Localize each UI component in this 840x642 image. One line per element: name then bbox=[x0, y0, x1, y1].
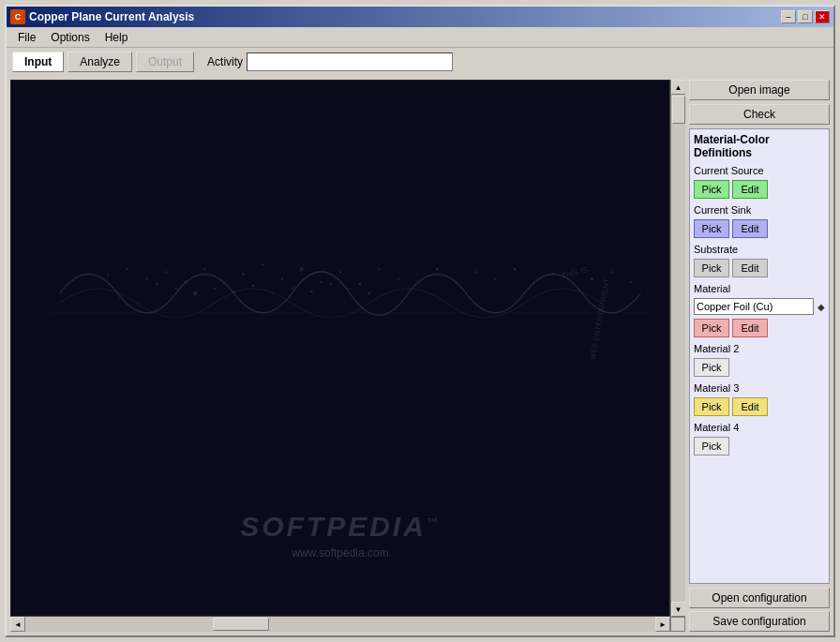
substrate-label: Substrate bbox=[694, 244, 825, 255]
svg-point-35 bbox=[291, 288, 292, 290]
material-dropdown[interactable]: Copper Foil (Cu) bbox=[694, 298, 814, 315]
image-area-container: SOFTPEDIA™ www.softpedia.com THIS IS... … bbox=[10, 80, 685, 632]
scrollbar-horizontal-thumb[interactable] bbox=[213, 618, 269, 631]
substrate-pick-button[interactable]: Pick bbox=[694, 259, 729, 277]
substrate-edit-button[interactable]: Edit bbox=[732, 259, 768, 277]
menu-options[interactable]: Options bbox=[43, 29, 97, 46]
open-configuration-button[interactable]: Open configuration bbox=[689, 588, 830, 608]
vertical-scrollbar[interactable]: ▲ ▼ bbox=[670, 80, 685, 617]
close-button[interactable]: ✕ bbox=[815, 10, 830, 23]
main-content: SOFTPEDIA™ www.softpedia.com THIS IS... … bbox=[7, 76, 833, 635]
material4-buttons: Pick bbox=[694, 437, 825, 455]
menu-help[interactable]: Help bbox=[98, 29, 136, 46]
material-label: Material bbox=[694, 283, 825, 294]
scroll-right-button[interactable]: ► bbox=[655, 617, 670, 632]
svg-point-26 bbox=[610, 271, 612, 273]
svg-point-28 bbox=[155, 282, 158, 285]
activity-area: Activity bbox=[207, 52, 828, 71]
svg-point-38 bbox=[349, 288, 351, 290]
save-configuration-button[interactable]: Save configuration bbox=[689, 611, 830, 632]
material4-pick-button[interactable]: Pick bbox=[694, 437, 729, 455]
tab-output[interactable]: Output bbox=[136, 52, 194, 72]
window-title: Copper Plane Current Analysis bbox=[29, 10, 194, 23]
current-sink-edit-button[interactable]: Edit bbox=[732, 219, 768, 238]
svg-point-33 bbox=[252, 284, 255, 287]
scroll-down-button[interactable]: ▼ bbox=[671, 602, 686, 617]
minimize-button[interactable]: – bbox=[781, 10, 796, 23]
svg-point-20 bbox=[494, 278, 496, 280]
tab-analyze[interactable]: Analyze bbox=[68, 52, 132, 72]
material-dropdown-row: Copper Foil (Cu) ◆ bbox=[694, 298, 825, 315]
material-buttons: Pick Edit bbox=[694, 319, 825, 337]
scrollbar-vertical-thumb[interactable] bbox=[672, 96, 685, 124]
svg-point-9 bbox=[281, 278, 283, 280]
scroll-left-button[interactable]: ◄ bbox=[10, 617, 25, 632]
title-controls: – □ ✕ bbox=[781, 10, 830, 23]
svg-point-36 bbox=[309, 290, 312, 292]
bottom-scrollbar-row: ◄ ► bbox=[10, 617, 685, 632]
svg-point-11 bbox=[320, 281, 322, 283]
current-sink-buttons: Pick Edit bbox=[694, 219, 825, 238]
svg-point-3 bbox=[165, 271, 167, 273]
activity-input[interactable] bbox=[247, 52, 453, 71]
svg-point-13 bbox=[358, 282, 361, 285]
activity-label: Activity bbox=[207, 55, 243, 68]
material3-buttons: Pick Edit bbox=[694, 397, 825, 416]
svg-point-10 bbox=[300, 267, 304, 271]
substrate-buttons: Pick Edit bbox=[694, 259, 825, 277]
material3-label: Material 3 bbox=[694, 382, 825, 394]
scroll-up-button[interactable]: ▲ bbox=[671, 80, 686, 95]
material2-buttons: Pick bbox=[694, 358, 825, 377]
scrollbar-horizontal-track[interactable] bbox=[25, 617, 655, 632]
svg-point-7 bbox=[242, 273, 245, 276]
current-source-edit-button[interactable]: Edit bbox=[732, 180, 768, 199]
svg-point-8 bbox=[262, 263, 263, 265]
tab-input[interactable]: Input bbox=[12, 52, 64, 72]
material2-pick-button[interactable]: Pick bbox=[694, 358, 729, 377]
softpedia-logo: SOFTPEDIA™ bbox=[240, 511, 441, 543]
title-bar-left: C Copper Plane Current Analysis bbox=[10, 9, 194, 24]
maximize-button[interactable]: □ bbox=[798, 10, 813, 23]
wave-visualization bbox=[11, 81, 669, 584]
image-row: SOFTPEDIA™ www.softpedia.com THIS IS... … bbox=[10, 80, 685, 617]
current-source-pick-button[interactable]: Pick bbox=[694, 180, 729, 199]
svg-point-21 bbox=[513, 268, 516, 271]
svg-point-17 bbox=[436, 268, 439, 271]
svg-point-14 bbox=[378, 268, 380, 270]
menu-file[interactable]: File bbox=[10, 29, 43, 46]
material4-label: Material 4 bbox=[694, 422, 825, 433]
material-edit-button[interactable]: Edit bbox=[732, 319, 768, 337]
main-window: C Copper Plane Current Analysis – □ ✕ Fi… bbox=[5, 5, 835, 637]
svg-point-5 bbox=[203, 268, 205, 270]
softpedia-url: www.softpedia.com bbox=[292, 546, 388, 560]
material2-label: Material 2 bbox=[694, 343, 825, 354]
material-pick-button[interactable]: Pick bbox=[694, 319, 729, 337]
svg-point-16 bbox=[417, 273, 419, 275]
svg-point-37 bbox=[330, 283, 332, 285]
current-source-label: Current Source bbox=[694, 165, 825, 176]
material-box-title: Material-Color Definitions bbox=[694, 133, 825, 159]
app-icon: C bbox=[10, 9, 25, 24]
right-panel: Open image Check Material-Color Definiti… bbox=[689, 80, 830, 632]
toolbar: Input Analyze Output Activity bbox=[7, 48, 833, 76]
title-bar: C Copper Plane Current Analysis – □ ✕ bbox=[7, 7, 833, 27]
svg-point-0 bbox=[107, 273, 109, 275]
svg-point-25 bbox=[591, 277, 593, 280]
image-canvas[interactable]: SOFTPEDIA™ www.softpedia.com THIS IS... … bbox=[10, 80, 670, 617]
svg-point-39 bbox=[368, 292, 370, 295]
current-sink-pick-button[interactable]: Pick bbox=[694, 219, 729, 238]
svg-point-15 bbox=[398, 278, 399, 280]
menu-bar: File Options Help bbox=[7, 27, 833, 48]
scrollbar-vertical-track[interactable] bbox=[671, 95, 686, 602]
svg-point-27 bbox=[630, 281, 632, 283]
material3-pick-button[interactable]: Pick bbox=[694, 397, 729, 416]
bottom-buttons: Open configuration Save configuration bbox=[689, 588, 830, 632]
svg-point-29 bbox=[174, 288, 176, 290]
check-button[interactable]: Check bbox=[689, 104, 830, 125]
svg-point-1 bbox=[127, 268, 128, 270]
svg-point-31 bbox=[214, 288, 216, 290]
current-source-buttons: Pick Edit bbox=[694, 180, 825, 199]
open-image-button[interactable]: Open image bbox=[689, 80, 830, 100]
material3-edit-button[interactable]: Edit bbox=[732, 397, 768, 416]
softpedia-overlay: SOFTPEDIA™ www.softpedia.com bbox=[11, 511, 669, 560]
